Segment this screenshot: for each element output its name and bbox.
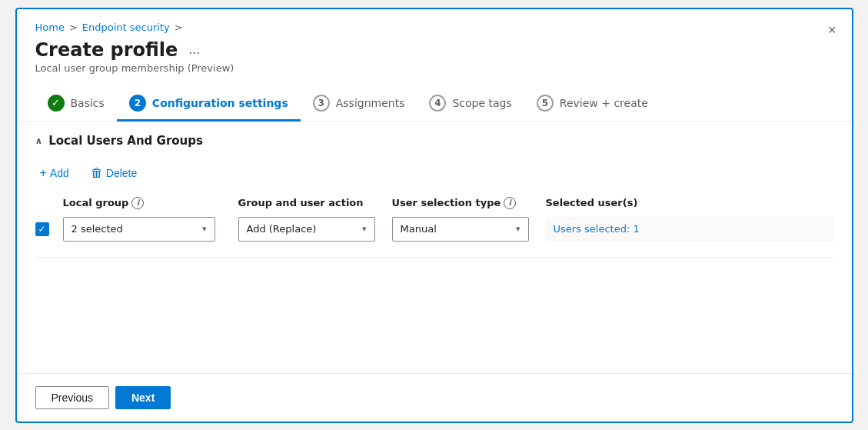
user-selection-dropdown[interactable]: Manual ▾ bbox=[392, 217, 529, 242]
add-icon: + bbox=[40, 166, 47, 180]
row-checkbox[interactable]: ✓ bbox=[35, 222, 49, 236]
group-action-dropdown-value: Add (Replace) bbox=[247, 223, 317, 235]
checkbox-checkmark: ✓ bbox=[38, 225, 45, 234]
tab-assignments-label: Assignments bbox=[336, 97, 405, 109]
tab-basics-circle: ✓ bbox=[48, 95, 65, 112]
section-chevron-icon: ∧ bbox=[35, 135, 43, 146]
header-group-action-label: Group and user action bbox=[232, 197, 386, 208]
tab-scope-tags[interactable]: 4 Scope tags bbox=[417, 87, 524, 122]
tab-configuration[interactable]: 2 Configuration settings bbox=[117, 87, 301, 122]
header-selected-users: Selected user(s) bbox=[540, 197, 833, 208]
table-row: ✓ 2 selected ▾ Add (Replace) ▾ Manual ▾ bbox=[35, 214, 833, 245]
local-group-dropdown-arrow: ▾ bbox=[202, 224, 207, 234]
tab-assignments-circle: 3 bbox=[313, 95, 330, 112]
breadcrumb-home[interactable]: Home bbox=[35, 22, 65, 33]
tab-assignments-number: 3 bbox=[318, 98, 324, 108]
tab-configuration-circle: 2 bbox=[129, 95, 146, 112]
tab-assignments[interactable]: 3 Assignments bbox=[301, 87, 417, 122]
header-local-group-label: Local group i bbox=[63, 197, 232, 209]
tab-scope-tags-label: Scope tags bbox=[452, 97, 511, 109]
tab-review-create[interactable]: 5 Review + create bbox=[524, 87, 660, 122]
close-button[interactable]: × bbox=[825, 20, 840, 40]
tab-scope-tags-circle: 4 bbox=[429, 95, 446, 112]
local-group-dropdown-value: 2 selected bbox=[72, 223, 123, 235]
table-header: Local group i Group and user action User… bbox=[35, 192, 833, 214]
delete-button[interactable]: 🗑 Delete bbox=[86, 163, 141, 183]
header-group-action: Group and user action bbox=[232, 197, 386, 208]
row-user-selection-col: Manual ▾ bbox=[386, 217, 540, 242]
header-user-selection-label: User selection type i bbox=[386, 197, 540, 209]
ellipsis-button[interactable]: ... bbox=[184, 40, 205, 59]
group-action-dropdown-arrow: ▾ bbox=[362, 224, 367, 234]
tab-basics[interactable]: ✓ Basics bbox=[35, 87, 117, 122]
breadcrumb-sep1: > bbox=[69, 22, 78, 33]
row-local-group-col: 2 selected ▾ bbox=[63, 217, 232, 242]
row-selected-users-col: Users selected: 1 bbox=[540, 217, 833, 242]
toolbar: + Add 🗑 Delete bbox=[35, 157, 833, 192]
user-selection-info-icon[interactable]: i bbox=[504, 197, 516, 209]
tab-configuration-number: 2 bbox=[135, 98, 141, 108]
header-selected-users-label: Selected user(s) bbox=[540, 197, 833, 208]
header-local-group: Local group i bbox=[63, 197, 232, 209]
group-action-dropdown[interactable]: Add (Replace) ▾ bbox=[238, 217, 375, 242]
section-header[interactable]: ∧ Local Users And Groups bbox=[35, 122, 833, 157]
delete-label: Delete bbox=[106, 167, 137, 179]
tab-review-create-number: 5 bbox=[542, 98, 548, 108]
title-row: Create profile ... bbox=[35, 39, 833, 61]
section-title: Local Users And Groups bbox=[48, 134, 203, 148]
tab-basics-label: Basics bbox=[71, 97, 105, 109]
row-checkbox-col: ✓ bbox=[35, 222, 63, 236]
section-divider bbox=[35, 257, 833, 258]
page-title: Create profile bbox=[35, 39, 178, 61]
tab-basics-check: ✓ bbox=[52, 97, 60, 108]
header-user-selection: User selection type i bbox=[386, 197, 540, 209]
add-button[interactable]: + Add bbox=[35, 163, 74, 183]
delete-icon: 🗑 bbox=[91, 166, 103, 180]
breadcrumb-sep2: > bbox=[175, 22, 183, 33]
previous-button[interactable]: Previous bbox=[35, 386, 109, 409]
modal-footer: Previous Next bbox=[17, 373, 852, 422]
add-label: Add bbox=[50, 167, 69, 179]
tabs-row: ✓ Basics 2 Configuration settings 3 Assi… bbox=[17, 86, 852, 122]
local-group-dropdown[interactable]: 2 selected ▾ bbox=[63, 217, 215, 242]
tab-review-create-label: Review + create bbox=[560, 97, 648, 109]
user-selection-dropdown-arrow: ▾ bbox=[516, 224, 520, 234]
breadcrumb: Home > Endpoint security > bbox=[35, 22, 833, 33]
users-selected-link[interactable]: Users selected: 1 bbox=[546, 217, 833, 242]
tab-scope-tags-number: 4 bbox=[434, 98, 441, 108]
breadcrumb-endpoint-security[interactable]: Endpoint security bbox=[82, 22, 170, 33]
modal-body: ∧ Local Users And Groups + Add 🗑 Delete … bbox=[17, 122, 852, 373]
local-group-info-icon[interactable]: i bbox=[131, 197, 144, 209]
next-button[interactable]: Next bbox=[115, 386, 171, 409]
row-group-action-col: Add (Replace) ▾ bbox=[232, 217, 386, 242]
modal-header: Home > Endpoint security > Create profil… bbox=[17, 9, 852, 86]
user-selection-dropdown-value: Manual bbox=[401, 223, 437, 235]
tab-review-create-circle: 5 bbox=[537, 95, 554, 112]
create-profile-modal: Home > Endpoint security > Create profil… bbox=[15, 8, 853, 423]
tab-configuration-label: Configuration settings bbox=[152, 97, 288, 109]
modal-subtitle: Local user group membership (Preview) bbox=[35, 62, 833, 74]
